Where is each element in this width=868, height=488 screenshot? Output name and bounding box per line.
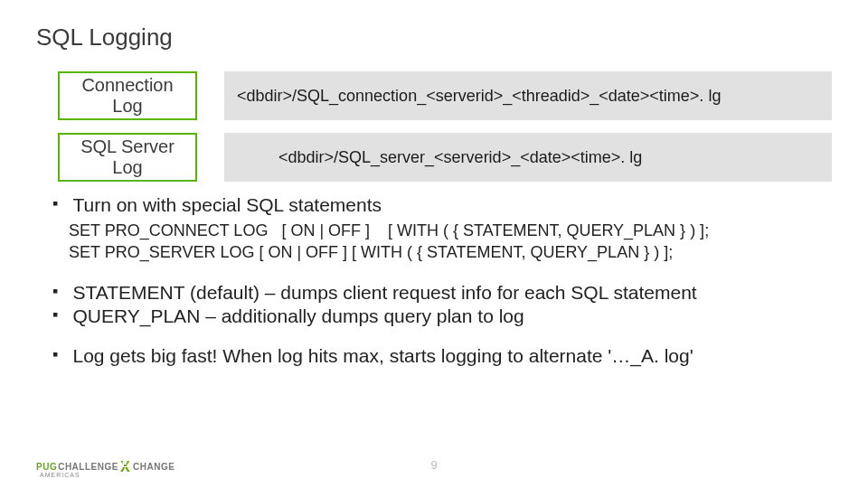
bullet-marker: ▪ — [52, 282, 69, 301]
footer-logo: PUG CHALLENGE XE CHANGE AMERICAS — [36, 461, 175, 472]
connection-log-path: <dbdir>/SQL_connection_<serverid>_<threa… — [224, 71, 832, 120]
footer-sub: AMERICAS — [40, 472, 80, 478]
bullet-text: QUERY_PLAN – additionally dumps query pl… — [72, 305, 524, 327]
bullet-marker: ▪ — [52, 194, 69, 213]
code-line: SET PRO_CONNECT LOG [ ON | OFF ] [ WITH … — [69, 220, 832, 241]
footer-challenge: CHALLENGE — [58, 462, 118, 472]
bullet-text: STATEMENT (default) – dumps client reque… — [72, 282, 696, 304]
connection-log-label: ConnectionLog — [58, 71, 197, 120]
bullet-item: ▪ STATEMENT (default) – dumps client req… — [52, 282, 832, 304]
slide-title: SQL Logging — [36, 23, 832, 52]
footer-pug: PUG — [36, 462, 57, 472]
log-row-server: SQL ServerLog <dbdir>/SQL_server_<server… — [58, 133, 832, 182]
page-number: 9 — [430, 458, 437, 472]
code-block: SET PRO_CONNECT LOG [ ON | OFF ] [ WITH … — [69, 220, 832, 264]
bullet-item: ▪ Log gets big fast! When log hits max, … — [52, 345, 832, 367]
bullet-marker: ▪ — [52, 305, 69, 324]
sql-server-log-label: SQL ServerLog — [58, 133, 197, 182]
code-line: SET PRO_SERVER LOG [ ON | OFF ] [ WITH (… — [69, 241, 832, 263]
footer-change: CHANGE — [133, 462, 175, 472]
bullet-marker: ▪ — [52, 345, 69, 364]
bullet-item: ▪ QUERY_PLAN – additionally dumps query … — [52, 305, 832, 327]
slide: SQL Logging ConnectionLog <dbdir>/SQL_co… — [0, 0, 868, 488]
exchange-x-icon: XE — [120, 461, 130, 472]
log-row-connection: ConnectionLog <dbdir>/SQL_connection_<se… — [58, 71, 832, 120]
bullet-text: Log gets big fast! When log hits max, st… — [72, 345, 693, 367]
sql-server-log-path: <dbdir>/SQL_server_<serverid>_<date><tim… — [224, 133, 832, 182]
bullet-text: Turn on with special SQL statements — [72, 194, 382, 216]
bullet-item: ▪ Turn on with special SQL statements SE… — [52, 194, 832, 264]
bullet-list: ▪ Turn on with special SQL statements SE… — [52, 194, 832, 367]
